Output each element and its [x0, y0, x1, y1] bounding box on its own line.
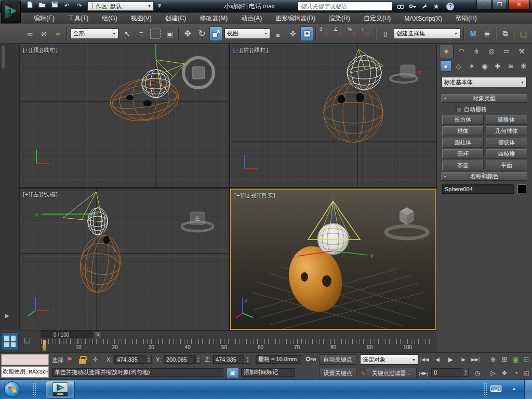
object-color-swatch[interactable]: [517, 184, 526, 193]
key-filters-button[interactable]: 关键点过滤器...: [366, 368, 417, 378]
keyboard-input-icon[interactable]: ⌨: [490, 384, 502, 394]
tab-hierarchy[interactable]: ⋔: [469, 45, 484, 58]
taskbar-3dsmax-button[interactable]: max: [46, 381, 75, 398]
menu-item-help[interactable]: 帮助(H): [449, 13, 484, 24]
unlink-selection-button[interactable]: ⊘: [37, 26, 50, 41]
save-button[interactable]: [49, 1, 60, 11]
viewport-layout-button[interactable]: [1, 332, 19, 350]
track-bar-ruler[interactable]: 010 2030 4050 6070 8090 100: [41, 339, 436, 352]
viewport-front-label[interactable]: [+][前][线框]: [233, 46, 269, 54]
menu-item-group[interactable]: 组(G): [95, 13, 124, 24]
absolute-mode-toggle[interactable]: ✛: [92, 355, 98, 363]
object-type-rollout-header[interactable]: - 对象类型: [441, 94, 527, 103]
layer-manager-button[interactable]: ⧉: [499, 26, 512, 41]
tab-modify[interactable]: ◠: [454, 45, 469, 58]
set-keys-button[interactable]: [305, 355, 317, 365]
y-coordinate-field[interactable]: [164, 355, 195, 364]
select-object-button[interactable]: ↖: [121, 26, 134, 41]
play-button[interactable]: ▶: [445, 354, 456, 365]
viewport-perspective[interactable]: [+][透视][真实]: [230, 189, 436, 330]
menu-item-create[interactable]: 创建(C): [158, 13, 193, 24]
geosphere-button[interactable]: 几何球体: [486, 126, 527, 136]
menu-item-views[interactable]: 视图(V): [124, 13, 158, 24]
select-and-manipulate-button[interactable]: ✜: [286, 26, 299, 41]
tab-utilities[interactable]: ⚒: [514, 45, 529, 58]
orbit-button[interactable]: ◔: [510, 368, 522, 378]
new-file-button[interactable]: [24, 1, 35, 11]
pyramid-button[interactable]: 四棱锥: [486, 149, 527, 159]
next-frame-button[interactable]: |▶: [457, 354, 469, 365]
zoom-extents-button[interactable]: ▣: [510, 354, 522, 365]
play-selected-button[interactable]: ▷: [487, 368, 499, 378]
select-and-move-button[interactable]: ✥: [181, 26, 194, 41]
add-time-tag[interactable]: 添加时间标记: [241, 368, 295, 377]
sphere-button[interactable]: 球体: [442, 126, 484, 136]
selection-filter-dropdown[interactable]: 全部 ▼: [71, 29, 118, 39]
redo-button[interactable]: ↷: [74, 1, 85, 11]
menu-item-maxscript[interactable]: MAXScript(X): [397, 14, 449, 23]
zoom-all-button[interactable]: ⊞: [499, 354, 510, 365]
time-configuration-button[interactable]: ◷: [472, 368, 483, 378]
category-geometry[interactable]: ●: [440, 60, 451, 72]
tube-button[interactable]: 管状体: [486, 138, 527, 148]
isolate-selection-toggle[interactable]: ▣: [227, 368, 239, 378]
angle-snap-toggle[interactable]: ∠ ∩: [332, 26, 345, 41]
reference-coordinate-dropdown[interactable]: 视图 ▼: [224, 29, 270, 39]
next-frame-slider-button[interactable]: >: [94, 331, 102, 338]
panel-expand-arrow[interactable]: ▶: [5, 313, 9, 318]
show-desktop-button[interactable]: [524, 380, 532, 399]
maxscript-mini-listener[interactable]: [1, 354, 49, 365]
tab-create[interactable]: ✳: [439, 45, 454, 58]
key-icon[interactable]: [407, 1, 418, 11]
menu-item-graph-editors[interactable]: 图形编辑器(D): [269, 13, 322, 24]
communication-center-icon[interactable]: [419, 1, 430, 11]
key-mode-toggle[interactable]: |◀▶|: [418, 368, 429, 378]
selected-filter-dropdown[interactable]: 选定对象 ▼: [360, 354, 418, 365]
named-selection-sets-dropdown[interactable]: 创建选择集 ▼: [394, 29, 460, 39]
previous-frame-button[interactable]: ◀|: [432, 354, 444, 365]
align-button[interactable]: ≣: [481, 26, 494, 41]
x-coordinate-field[interactable]: [114, 355, 145, 364]
menu-item-tools[interactable]: 工具(T): [61, 13, 95, 24]
edit-named-selection-sets-button[interactable]: {}: [379, 26, 392, 41]
z-spinner[interactable]: ▲▼: [245, 355, 250, 364]
name-color-rollout-header[interactable]: - 名称和颜色: [441, 172, 527, 181]
frame-spinner[interactable]: ▲▼: [463, 368, 469, 377]
keyboard-shortcut-override-toggle[interactable]: [300, 26, 313, 41]
maxscript-welcome[interactable]: 欢迎使用 MAXScript: [1, 366, 49, 378]
search-input[interactable]: [298, 2, 392, 11]
select-and-scale-button[interactable]: [209, 26, 222, 41]
category-shapes[interactable]: ◇: [453, 60, 464, 72]
plane-button[interactable]: 平面: [486, 161, 527, 170]
menu-item-animation[interactable]: 动画(A): [234, 13, 269, 24]
viewport-front[interactable]: [+][前][线框]: [230, 44, 436, 187]
select-and-link-button[interactable]: ∞: [23, 26, 36, 41]
menu-item-rendering[interactable]: 渲染(R): [322, 13, 357, 24]
category-spacewarps[interactable]: ≋: [505, 60, 516, 72]
y-spinner[interactable]: ▲▼: [195, 355, 201, 364]
menu-item-customize[interactable]: 自定义(U): [357, 13, 398, 24]
pan-button[interactable]: ❖: [499, 368, 510, 378]
select-by-name-button[interactable]: ≡: [135, 26, 148, 41]
go-to-start-button[interactable]: |◀◀: [419, 354, 430, 365]
workspace-dropdown[interactable]: 工作区: 默认 ▼: [87, 2, 154, 11]
viewport-perspective-label[interactable]: [+][透视][真实]: [234, 192, 276, 200]
category-lights[interactable]: ☀: [466, 60, 477, 72]
trackview-mini-button[interactable]: ▤: [24, 336, 31, 344]
viewport-left[interactable]: [+][左][线框] y 左: [20, 189, 229, 330]
selection-lock-toggle[interactable]: [79, 359, 86, 364]
current-frame-field[interactable]: [431, 368, 462, 377]
rectangular-selection-region-button[interactable]: [150, 29, 161, 39]
maximize-viewport-toggle[interactable]: ◱: [521, 368, 532, 378]
current-frame-marker[interactable]: [43, 340, 46, 351]
auto-key-button[interactable]: 自动关键点: [319, 354, 356, 365]
favorites-icon[interactable]: ★: [431, 1, 442, 11]
box-button[interactable]: 长方体: [442, 115, 484, 125]
percent-snap-toggle[interactable]: % ∩: [347, 26, 360, 41]
pin-stack-icon[interactable]: ⚑: [66, 355, 73, 363]
minimize-button[interactable]: —: [476, 0, 491, 10]
cylinder-button[interactable]: 圆柱体: [442, 138, 484, 148]
close-button[interactable]: ✕: [508, 0, 530, 10]
bind-to-space-warp-button[interactable]: ≈: [51, 26, 64, 41]
app-logo[interactable]: [1, 1, 21, 23]
